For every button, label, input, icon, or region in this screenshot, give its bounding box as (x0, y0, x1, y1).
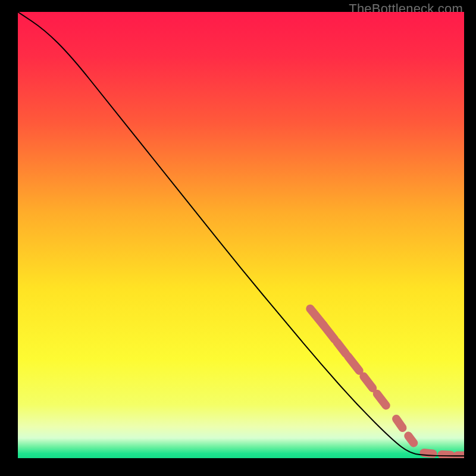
highlight-dash (396, 419, 403, 428)
highlight-dash (424, 453, 433, 454)
highlight-dash (408, 436, 414, 443)
chart-stage: TheBottleneck.com (0, 0, 476, 476)
gradient-background (18, 12, 464, 458)
chart-svg (18, 12, 464, 458)
highlight-dash (442, 455, 451, 455)
plot-area (18, 12, 464, 458)
